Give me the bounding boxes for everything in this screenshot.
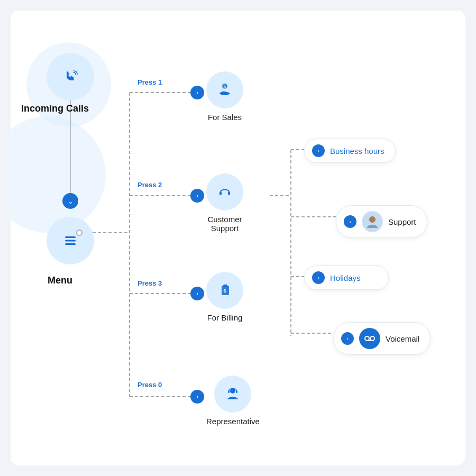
holidays-label: Holidays [330, 273, 361, 282]
canvas: Incoming Calls ⌄ Menu Press 1 › $ [11, 11, 465, 465]
support-pill[interactable]: › Support [336, 205, 427, 238]
press2-label: Press 2 [138, 181, 162, 189]
holidays-pill[interactable]: › Holidays [304, 266, 389, 290]
phone-icon-circle [47, 53, 94, 100]
press1-arrow[interactable]: › [190, 86, 204, 99]
sales-label: For Sales [208, 113, 242, 122]
support-label: Support [388, 217, 416, 226]
representative-node: Representative [206, 376, 260, 426]
down-arrow-icon[interactable]: ⌄ [62, 193, 78, 209]
menu-icon-circle [47, 217, 94, 264]
press3-label: Press 3 [138, 279, 162, 287]
svg-point-33 [369, 216, 376, 223]
svg-text:$: $ [224, 85, 226, 89]
svg-rect-23 [228, 191, 230, 195]
menu-connector-dot [76, 230, 83, 236]
press3-arrow[interactable]: › [190, 287, 204, 300]
svg-rect-17 [65, 243, 76, 245]
press0-arrow[interactable]: › [190, 390, 204, 404]
svg-rect-31 [236, 390, 237, 393]
billing-icon-circle: $ [206, 272, 243, 309]
svg-rect-22 [219, 191, 222, 195]
sales-node: $ For Sales [206, 71, 243, 122]
support-avatar [362, 211, 383, 232]
menu-label: Menu [48, 275, 72, 286]
holidays-arrow-icon: › [312, 271, 325, 284]
bg-blob-left [11, 116, 106, 233]
svg-rect-16 [65, 240, 76, 242]
support-arrow-icon: › [344, 215, 356, 228]
press2-arrow[interactable]: › [190, 189, 204, 203]
billing-node: $ For Billing [206, 272, 243, 322]
svg-point-18 [214, 79, 235, 100]
voicemail-label: Voicemail [386, 334, 419, 343]
representative-label: Representative [206, 417, 260, 426]
customer-support-label: Customer Support [207, 215, 242, 233]
svg-point-13 [58, 64, 83, 89]
incoming-calls-node [47, 53, 94, 100]
support-icon-circle [206, 173, 243, 210]
representative-icon-circle [214, 376, 251, 413]
svg-rect-15 [65, 236, 76, 238]
menu-node [47, 217, 94, 264]
press0-label: Press 0 [138, 381, 162, 389]
svg-rect-30 [228, 390, 230, 393]
billing-label: For Billing [207, 313, 243, 322]
support-node: Customer Support [206, 173, 243, 233]
svg-text:$: $ [223, 288, 226, 294]
voicemail-icon-circle [359, 328, 380, 349]
business-hours-arrow-icon: › [312, 144, 325, 157]
svg-point-28 [222, 383, 243, 405]
business-hours-pill[interactable]: › Business hours [304, 139, 396, 163]
voicemail-arrow-icon: › [341, 332, 354, 345]
sales-icon-circle: $ [206, 71, 243, 108]
svg-point-21 [214, 181, 235, 203]
voicemail-pill[interactable]: › Voicemail [333, 322, 431, 355]
svg-rect-26 [223, 285, 227, 287]
business-hours-label: Business hours [330, 147, 385, 155]
press1-label: Press 1 [138, 78, 162, 86]
incoming-calls-label: Incoming Calls [21, 103, 89, 114]
